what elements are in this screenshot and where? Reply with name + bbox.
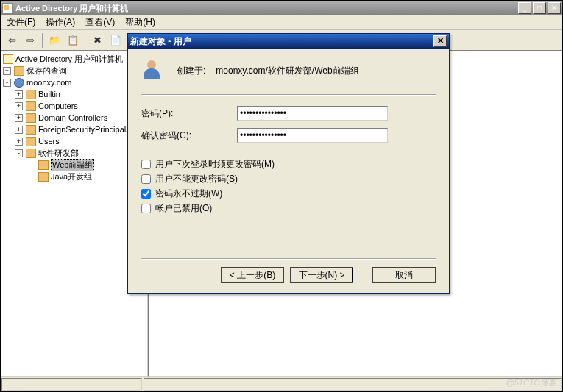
tree-fsp[interactable]: ForeignSecurityPrincipals [38,125,130,134]
list-icon: 📋 [67,35,79,46]
cut-button[interactable]: 📄 [107,32,124,49]
app-icon [2,3,13,13]
globe-icon [14,78,24,88]
tree-saved[interactable]: 保存的查询 [26,65,67,76]
tree-builtin[interactable]: Builtin [38,90,60,99]
tree-computers[interactable]: Computers [38,101,78,110]
back-button[interactable]: < 上一步(B) [221,267,284,283]
cannot-change-checkbox[interactable] [141,174,151,184]
tree-domain[interactable]: moonxy.com [26,78,72,87]
password-input[interactable] [237,106,388,121]
delete-icon: ✖ [93,35,102,46]
back-button[interactable]: ⇦ [4,32,20,49]
maximize-button[interactable]: □ [533,2,546,14]
expand-icon[interactable]: + [15,126,23,134]
main-window: Active Directory 用户和计算机 _ □ ✕ 文件(F) 操作(A… [0,0,563,392]
disabled-label: 帐户已禁用(O) [155,202,212,215]
collapse-icon[interactable]: - [15,149,23,157]
up-button[interactable]: 📁 [46,32,63,49]
must-change-checkbox[interactable] [141,160,151,169]
disabled-checkbox[interactable] [141,204,151,213]
dialog-header: 创建于: moonxy.com/软件研发部/Web前端组 [141,59,436,82]
menu-view[interactable]: 查看(V) [81,15,119,30]
expand-icon[interactable]: + [15,102,23,110]
scissors-icon: 📄 [110,35,121,46]
folder-icon [26,125,36,135]
tree-pane[interactable]: Active Directory 用户和计算机 +保存的查询 -moonxy.c… [1,51,148,377]
forward-button[interactable]: ⇨ [22,32,38,49]
folder-icon [26,137,36,146]
properties-button[interactable]: 📋 [65,32,81,49]
cancel-button[interactable]: 取消 [372,267,436,283]
titlebar: Active Directory 用户和计算机 _ □ ✕ [1,1,562,15]
confirm-password-label: 确认密码(C): [141,129,237,142]
expand-icon[interactable]: + [15,138,23,146]
app-icon [3,54,13,64]
password-label: 密码(P): [141,107,237,120]
folder-icon [14,66,24,76]
delete-button[interactable]: ✖ [89,32,105,49]
close-button[interactable]: ✕ [548,2,561,14]
dialog-title: 新建对象 - 用户 [130,35,433,48]
folder-icon [26,90,36,99]
dialog-close-button[interactable]: ✕ [433,35,447,47]
cannot-change-label: 用户不能更改密码(S) [155,173,238,185]
tree-dept[interactable]: 软件研发部 [38,148,79,159]
separator [141,258,436,260]
tree-root[interactable]: Active Directory 用户和计算机 [15,54,123,65]
tree-dc[interactable]: Domain Controllers [38,113,107,122]
window-title: Active Directory 用户和计算机 [15,3,518,14]
expand-icon[interactable]: + [3,67,11,75]
expand-icon[interactable]: + [15,90,23,99]
create-in-value: moonxy.com/软件研发部/Web前端组 [216,65,358,77]
never-expires-checkbox[interactable] [141,189,151,199]
tree-web[interactable]: Web前端组 [51,159,94,171]
create-in-label: 创建于: [177,65,205,77]
tree-java[interactable]: Java开发组 [51,171,92,182]
arrow-left-icon: ⇦ [8,35,16,46]
confirm-password-input[interactable] [237,128,388,143]
menu-file[interactable]: 文件(F) [2,15,40,30]
dialog-titlebar: 新建对象 - 用户 ✕ [128,33,449,49]
minimize-button[interactable]: _ [518,2,531,14]
expand-icon[interactable]: + [15,114,23,122]
status-cell [1,378,142,391]
menubar: 文件(F) 操作(A) 查看(V) 帮助(H) [1,15,562,30]
menu-help[interactable]: 帮助(H) [121,15,160,30]
never-expires-label: 密码永不过期(W) [155,188,222,200]
statusbar [1,377,562,391]
folder-icon [26,101,36,111]
separator [141,94,436,96]
user-icon [141,59,165,82]
new-user-dialog: 新建对象 - 用户 ✕ 创建于: moonxy.com/软件研发部/Web前端组… [127,33,450,294]
watermark: @51CTO博客 [506,377,556,388]
status-cell [144,378,562,391]
folder-up-icon: 📁 [49,35,60,46]
arrow-right-icon: ⇨ [26,35,35,46]
next-button[interactable]: 下一步(N) > [290,267,353,283]
folder-icon [26,149,36,158]
folder-icon [38,172,49,182]
collapse-icon[interactable]: - [3,79,11,87]
menu-action[interactable]: 操作(A) [41,15,79,30]
folder-icon [38,160,49,170]
must-change-label: 用户下次登录时须更改密码(M) [155,158,275,171]
folder-icon [26,113,36,123]
tree-users[interactable]: Users [38,137,60,146]
